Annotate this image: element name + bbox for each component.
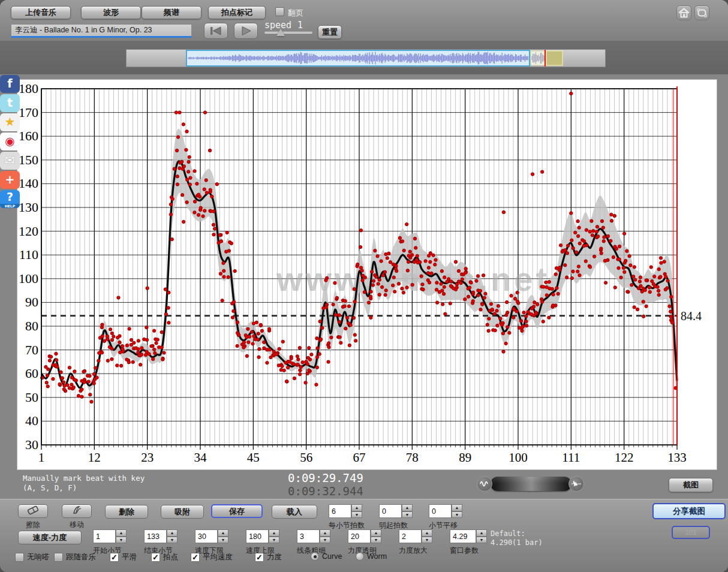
checked-checkbox[interactable]: ✓ — [255, 553, 264, 562]
beat-mark-button[interactable]: 拍点标记 — [208, 6, 266, 19]
radio-item-Worm[interactable]: Worm — [356, 552, 387, 561]
checked-checkbox[interactable]: ✓ — [191, 553, 200, 562]
share-secondary-button[interactable]: 101 — [672, 526, 710, 539]
reset-button[interactable]: 重置 — [318, 25, 342, 39]
row1-spinner-input-0[interactable] — [329, 504, 351, 518]
tempo-dynamics-button[interactable]: 速度-力度 — [18, 531, 82, 544]
checkbox-item-力度[interactable]: ✓力度 — [255, 552, 282, 562]
spinner-up-icon[interactable]: ▲ — [476, 529, 487, 537]
spinner-up-icon[interactable]: ▲ — [351, 504, 362, 511]
spinner-up-icon[interactable]: ▲ — [422, 529, 432, 537]
checked-checkbox[interactable]: ✓ — [110, 553, 119, 562]
checkbox-item-无响嗒[interactable]: 无响嗒 — [15, 552, 50, 562]
tempo-chart[interactable]: www.Vmus.net3040506070809010011012013014… — [17, 80, 717, 469]
row1-spinner-弱起拍数: ▲▼ — [379, 504, 413, 518]
radio-selected[interactable] — [311, 552, 319, 561]
spinner-down-icon[interactable]: ▼ — [452, 511, 462, 519]
window-param-default-note: Default: 4.290(1 bar) — [491, 529, 543, 547]
save-button[interactable]: 保存 — [211, 504, 263, 518]
spinner-up-icon[interactable]: ▲ — [116, 529, 127, 537]
volume-slider[interactable] — [491, 477, 571, 491]
spinner-up-icon[interactable]: ▲ — [371, 529, 381, 537]
spinner-up-icon[interactable]: ▲ — [218, 529, 228, 537]
row2-spinner-input-2[interactable] — [195, 529, 218, 543]
row2-spinner-input-6[interactable] — [399, 529, 422, 543]
checkbox-item-平均速度[interactable]: ✓平均速度 — [191, 552, 233, 562]
svg-text:90: 90 — [25, 294, 38, 309]
speed-slider[interactable] — [264, 31, 312, 34]
facebook-share-icon[interactable]: f — [0, 75, 20, 93]
row2-spinner-label-7: 窗口参数 — [450, 546, 479, 556]
play-button[interactable] — [234, 23, 258, 39]
checkbox-item-平滑[interactable]: ✓平滑 — [110, 552, 137, 562]
song-title-input[interactable] — [11, 24, 192, 38]
share-screenshot-button[interactable]: 分享截图 — [652, 503, 726, 519]
home-icon[interactable] — [676, 5, 691, 20]
control-panel: 擦除 移动 删除 吸附 保存 载入 速度-力度 Default: 4.290(1… — [0, 499, 728, 572]
row2-spinner-input-1[interactable] — [144, 529, 167, 543]
spectrum-button[interactable]: 频谱 — [142, 6, 201, 19]
row2-spinner-input-7[interactable] — [450, 529, 476, 543]
row2-spinner-input-3[interactable] — [246, 529, 269, 543]
spinner-down-icon[interactable]: ▼ — [320, 537, 330, 544]
help-share-icon[interactable]: ?HELP — [0, 190, 20, 208]
svg-text:45: 45 — [247, 450, 260, 465]
page-turn-label: 翻页 — [288, 8, 303, 19]
svg-text:1: 1 — [38, 450, 45, 465]
unchecked-checkbox[interactable] — [54, 553, 63, 562]
page-turn-checkbox[interactable] — [275, 7, 284, 16]
spinner-down-icon[interactable]: ▼ — [116, 537, 127, 544]
spinner-down-icon[interactable]: ▼ — [476, 537, 487, 544]
addthis-share-icon[interactable]: + — [0, 171, 20, 189]
weibo-share-icon[interactable]: ◉ — [0, 133, 20, 150]
speed-slider-thumb[interactable] — [276, 29, 285, 36]
svg-text:12: 12 — [88, 450, 101, 465]
spinner-down-icon[interactable]: ▼ — [269, 537, 279, 544]
checkbox-item-跟随音乐[interactable]: 跟随音乐 — [54, 552, 96, 562]
svg-text:180: 180 — [19, 81, 38, 96]
spinner-up-icon[interactable]: ▲ — [452, 504, 462, 511]
svg-text:122: 122 — [615, 450, 634, 465]
mail-share-icon[interactable]: ✉ — [0, 152, 20, 170]
snap-button[interactable]: 吸附 — [161, 505, 204, 519]
row2-spinner-input-5[interactable] — [348, 529, 371, 543]
move-label: 移动 — [62, 520, 92, 530]
unchecked-checkbox[interactable] — [15, 553, 24, 562]
waveform-button[interactable]: 波形 — [81, 6, 141, 19]
spinner-up-icon[interactable]: ▲ — [402, 504, 413, 511]
spinner-down-icon[interactable]: ▼ — [402, 511, 413, 519]
row2-spinner-input-4[interactable] — [297, 529, 320, 543]
spinner-down-icon[interactable]: ▼ — [167, 537, 178, 544]
erase-button[interactable] — [18, 504, 48, 518]
skip-start-button[interactable] — [204, 23, 228, 39]
spinner-down-icon[interactable]: ▼ — [422, 537, 432, 544]
top-toolbar: 上传音乐 波形 频谱 拍点标记 翻页 speed 1 重置 — [0, 0, 728, 41]
volume-max-icon[interactable] — [568, 476, 584, 492]
row1-spinner-input-2[interactable] — [429, 504, 452, 518]
checkbox-item-拍点[interactable]: ✓拍点 — [151, 552, 178, 562]
spinner-up-icon[interactable]: ▲ — [167, 529, 178, 537]
volume-min-icon[interactable] — [477, 476, 492, 492]
upload-music-button[interactable]: 上传音乐 — [11, 6, 71, 19]
qzone-share-icon[interactable]: ★ — [0, 113, 20, 131]
spinner-down-icon[interactable]: ▼ — [351, 511, 362, 519]
svg-text:70: 70 — [25, 342, 38, 357]
row2-spinner-线条粗细: ▲▼ — [297, 529, 330, 543]
row2-spinner-input-0[interactable] — [93, 529, 116, 543]
checked-checkbox[interactable]: ✓ — [151, 553, 160, 562]
radio-unselected[interactable] — [356, 552, 364, 561]
load-button[interactable]: 载入 — [272, 505, 317, 519]
row1-spinner-input-1[interactable] — [379, 504, 402, 518]
spinner-down-icon[interactable]: ▼ — [218, 537, 228, 544]
radio-item-Curve[interactable]: Curve — [311, 552, 342, 561]
fullscreen-icon[interactable] — [694, 5, 709, 20]
spinner-up-icon[interactable]: ▲ — [320, 529, 330, 537]
spinner-up-icon[interactable]: ▲ — [269, 529, 279, 537]
waveform-track[interactable] — [126, 49, 606, 67]
mark-beat-hint: Manually mark beat with key (A, S, D, F) — [23, 474, 145, 493]
screenshot-button[interactable]: 截图 — [669, 478, 713, 492]
spinner-down-icon[interactable]: ▼ — [371, 537, 381, 544]
delete-button[interactable]: 删除 — [105, 505, 148, 519]
twitter-share-icon[interactable]: t — [0, 94, 20, 112]
move-button[interactable] — [62, 504, 92, 518]
